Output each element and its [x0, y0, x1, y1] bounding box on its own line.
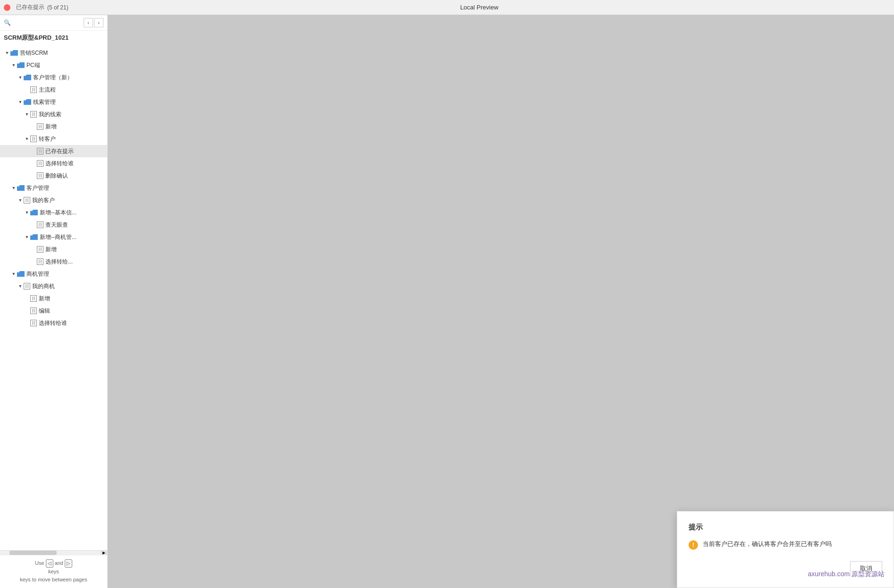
tree-item-xz[interactable]: 目 新增 [0, 120, 107, 133]
window-controls: 已存在提示 (5 of 21) [4, 3, 68, 11]
folder-icon [24, 99, 31, 105]
page-icon: 目 [37, 172, 43, 179]
arrow-icon: ▼ [24, 136, 30, 142]
project-title: SCRM原型&PRD_1021 [0, 31, 107, 45]
page-icon: 目 [37, 222, 43, 228]
arrow-icon: ▼ [10, 62, 17, 68]
tree-item-xzjbxx[interactable]: ▼ 新增--基本信... [0, 206, 107, 219]
sidebar-footer: Use ◁ and ▷ keys keys to move between pa… [0, 555, 107, 588]
tree-item-khgl2[interactable]: ▼ 客户管理 [0, 182, 107, 194]
arrow-icon: ▼ [17, 74, 24, 81]
page-icon: 目 [37, 123, 43, 130]
warning-icon: ! [689, 540, 698, 550]
dialog-title: 提示 [689, 523, 882, 532]
footer-instructions: Use ◁ and ▷ keys keys to move between pa… [20, 559, 87, 584]
folder-icon [17, 185, 25, 191]
page-icon: 目 [37, 148, 43, 154]
horizontal-scrollbar[interactable]: ▶ [0, 550, 107, 555]
footer-use-text: Use [35, 560, 44, 566]
page-icon: 目 [30, 295, 37, 302]
tree-item-wdsj[interactable]: ▼ 目 我的商机 [0, 280, 107, 292]
footer-keys-text: keys [48, 569, 59, 574]
arrow-icon: ▼ [17, 197, 24, 204]
key-left-icon: ◁ [46, 559, 53, 568]
page-icon: 目 [30, 111, 37, 118]
sidebar-search-bar: 🔍 ‹ › [0, 15, 107, 31]
tree-item-ztyc[interactable]: 目 查天眼查 [0, 219, 107, 231]
page-icon: 目 [24, 283, 30, 290]
tree-item-xzzg2[interactable]: 目 选择转给... [0, 256, 107, 268]
search-icon: 🔍 [4, 19, 11, 26]
folder-icon [30, 210, 38, 215]
nav-next-button[interactable]: › [94, 18, 103, 27]
page-icon: 目 [37, 160, 43, 167]
tree-item-xzzgsr[interactable]: 目 选择转给谁 [0, 157, 107, 170]
folder-icon [17, 62, 25, 68]
footer-and-text: and [55, 560, 63, 566]
folder-icon [30, 234, 38, 240]
top-bar: 已存在提示 (5 of 21) Local Preview [0, 0, 894, 15]
tree-item-zlc[interactable]: 目 主流程 [0, 84, 107, 96]
arrow-icon: ▼ [24, 209, 30, 216]
sidebar: 🔍 ‹ › SCRM原型&PRD_1021 ▼ 营销SCRM ▼ [0, 15, 108, 588]
tree-item-xz2[interactable]: 目 新增 [0, 243, 107, 256]
page-icon: 目 [30, 86, 37, 93]
arrow-icon: ▼ [24, 111, 30, 118]
footer-move-text: keys to move between pages [20, 577, 87, 582]
tree-item-pcd[interactable]: ▼ PC端 [0, 59, 107, 71]
arrow-icon: ▼ [24, 234, 30, 240]
tree-item-xzzgsr2[interactable]: 目 选择转给谁 [0, 317, 107, 329]
arrow-icon: ▼ [10, 185, 17, 191]
main-content: 提示 ! 当前客户已存在，确认将客户合并至已有客户吗 取消 axurehub.c… [108, 15, 894, 588]
page-icon: 目 [30, 136, 37, 142]
tree-item-wdkh[interactable]: ▼ 目 我的客户 [0, 194, 107, 206]
page-icon: 目 [30, 320, 37, 326]
main-layout: 🔍 ‹ › SCRM原型&PRD_1021 ▼ 营销SCRM ▼ [0, 15, 894, 588]
search-input[interactable] [13, 19, 82, 26]
nav-prev-button[interactable]: ‹ [84, 18, 93, 27]
sidebar-tree[interactable]: ▼ 营销SCRM ▼ PC端 ▼ 客户管理（新） 目 [0, 45, 107, 550]
arrow-icon: ▼ [10, 271, 17, 277]
dialog-body: ! 当前客户已存在，确认将客户合并至已有客户吗 [689, 539, 882, 550]
arrow-icon: ▼ [17, 283, 24, 290]
tree-item-wdxs[interactable]: ▼ 目 我的线索 [0, 108, 107, 120]
scroll-right-btn[interactable]: ▶ [101, 551, 107, 555]
tree-item-yxscrm[interactable]: ▼ 营销SCRM [0, 47, 107, 59]
page-icon: 目 [37, 258, 43, 265]
close-button[interactable] [4, 4, 10, 11]
page-icon: 目 [30, 307, 37, 314]
tree-item-bj[interactable]: 目 编辑 [0, 305, 107, 317]
tree-item-scqr[interactable]: 目 删除确认 [0, 170, 107, 182]
page-icon: 目 [24, 197, 30, 204]
breadcrumb-page: 已存在提示 [16, 3, 44, 11]
key-right-icon: ▷ [65, 559, 72, 568]
tree-item-xz3[interactable]: 目 新增 [0, 292, 107, 305]
window-title: Local Preview [68, 4, 890, 11]
arrow-icon: ▼ [17, 99, 24, 105]
tree-item-khgl[interactable]: ▼ 客户管理（新） [0, 71, 107, 84]
page-icon: 目 [37, 246, 43, 253]
tree-item-zky[interactable]: ▼ 目 转客户 [0, 133, 107, 145]
tree-item-xzsjgl[interactable]: ▼ 新增--商机管... [0, 231, 107, 243]
folder-icon [17, 271, 25, 277]
tree-item-sjgl[interactable]: ▼ 商机管理 [0, 268, 107, 280]
tree-item-xsgl[interactable]: ▼ 线索管理 [0, 96, 107, 108]
tree-item-ycts[interactable]: 目 已存在提示 [0, 145, 107, 157]
sidebar-nav-buttons: ‹ › [84, 18, 103, 27]
folder-icon [10, 50, 18, 56]
dialog-message: 当前客户已存在，确认将客户合并至已有客户吗 [703, 539, 832, 549]
folder-icon [24, 75, 31, 80]
watermark: axurehub.com 原型资源站 [808, 570, 885, 579]
page-counter: (5 of 21) [47, 4, 68, 11]
arrow-icon: ▼ [4, 50, 10, 56]
